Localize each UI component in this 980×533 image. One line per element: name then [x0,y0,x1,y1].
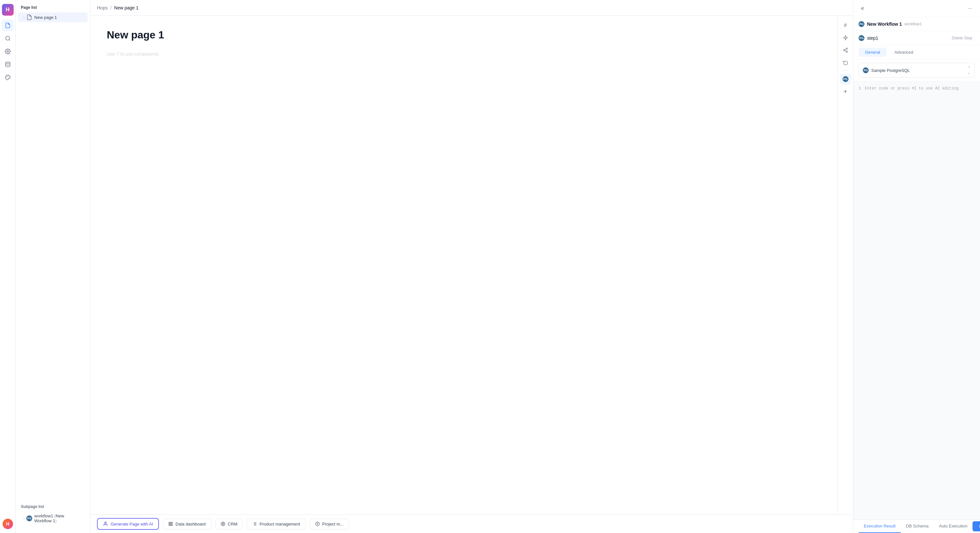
crm-btn[interactable]: CRM [215,519,243,530]
subpage-workflow-icon: PG [26,516,32,521]
datasource-arrows: ⌃⌄ [967,66,970,75]
bottom-tab-db-schema[interactable]: DB Schema [901,520,934,533]
toolbar-bolt-btn[interactable] [840,32,851,43]
workflow-id: workflow1 [904,22,922,26]
main-header: Hops / New page 1 [91,0,853,16]
code-line-numbers: 1 [859,85,861,516]
right-toolbar: # PG + [837,16,853,514]
page-sidebar: Page list › New page 1 Subpage list › PG… [16,0,91,533]
crm-icon [221,522,225,526]
project-m-btn[interactable]: Project m... [310,519,349,530]
nav-icon-search[interactable] [2,33,14,44]
svg-point-5 [9,77,9,78]
svg-line-1 [9,40,10,40]
subpage-label: workflow1 (New Workflow 1) [34,514,83,523]
page-chevron: › [24,16,24,19]
page-item-new-page-1[interactable]: › New page 1 [18,13,88,22]
bottom-tabs: Execution Result DB Schema Auto Executio… [853,519,980,533]
product-mgmt-label: Product management [259,522,300,527]
subpage-chevron: › [24,517,24,520]
toolbar-history-btn[interactable] [840,57,851,68]
generate-icon [103,521,108,527]
code-editor-area[interactable]: 1 Enter code or press ⌘I to use AI editi… [853,81,980,519]
code-editor-inner: 1 Enter code or press ⌘I to use AI editi… [859,85,975,516]
code-content[interactable]: Enter code or press ⌘I to use AI editing [865,85,975,516]
toolbar-pg-btn[interactable]: PG [840,73,851,85]
datasource-pg-icon: PG [863,67,869,73]
bottom-tab-execution-result[interactable]: Execution Result [859,520,901,533]
svg-point-9 [846,48,848,49]
step-row: PG step1 Delete Step [853,31,980,45]
toolbar-hashtag-btn[interactable]: # [840,20,851,31]
datasource-name: Sample PostgreSQL [871,68,965,73]
breadcrumb-root[interactable]: Hops [97,5,108,10]
generate-page-btn[interactable]: Generate Page with AI [97,518,159,530]
step-name: step1 [867,35,947,41]
svg-rect-17 [169,524,170,525]
svg-marker-8 [843,35,848,40]
product-management-btn[interactable]: Product management [247,519,305,530]
crm-label: CRM [228,522,238,527]
data-dashboard-icon [168,522,173,526]
data-dashboard-btn[interactable]: Data dashboard [163,519,211,530]
page-name: New page 1 [34,15,57,20]
svg-point-7 [6,78,6,78]
right-panel: ··· PG New Workflow 1 workflow1 PG step1… [853,0,980,533]
generate-btn-label: Generate Page with AI [111,522,153,527]
subpage-list-title: Subpage list [16,504,90,512]
svg-point-10 [843,49,845,51]
svg-line-13 [845,49,846,50]
data-dashboard-label: Data dashboard [175,522,206,527]
tab-general[interactable]: General [859,48,886,57]
breadcrumb: Hops / New page 1 [97,5,138,10]
nav-icon-settings[interactable] [2,46,14,57]
product-mgmt-icon [252,522,257,526]
delete-step-btn[interactable]: Delete Step [949,35,975,42]
svg-point-3 [6,62,10,64]
svg-rect-18 [171,524,172,525]
canvas-area[interactable]: New page 1 Use '/' to use components # [91,16,853,514]
svg-point-20 [222,523,224,525]
workflow-name: New Workflow 1 [867,21,902,27]
more-options-btn[interactable]: ··· [966,4,975,13]
page-title-area: New page 1 [91,16,853,51]
breadcrumb-current: New page 1 [114,5,139,10]
page-list-title: Page list [16,5,90,13]
svg-line-12 [845,51,846,51]
execute-btn[interactable]: Execute [972,521,980,531]
user-avatar[interactable]: H [3,519,13,529]
svg-rect-15 [169,522,170,523]
expand-panel-btn[interactable] [859,4,868,13]
svg-point-14 [105,522,106,523]
svg-point-11 [846,51,848,52]
tab-row: General Advanced [853,45,980,60]
subpage-section: Subpage list › PG workflow1 (New Workflo… [16,499,90,528]
main-content: Hops / New page 1 New page 1 Use '/' to … [91,0,853,533]
workflow-header: PG New Workflow 1 workflow1 [853,17,980,31]
svg-point-6 [7,76,7,76]
page-doc-icon [26,14,32,20]
subpage-item-workflow1[interactable]: › PG workflow1 (New Workflow 1) [18,512,88,525]
nav-icon-database[interactable] [2,59,14,70]
breadcrumb-separator: / [110,5,112,10]
nav-icon-palette[interactable] [2,71,14,83]
page-title: New page 1 [107,29,837,41]
toolbar-add-btn[interactable]: + [840,86,851,97]
bottom-tab-auto-execution[interactable]: Auto Execution [934,520,972,533]
right-panel-header: ··· [853,0,980,17]
toolbar-divider [842,71,850,71]
svg-point-0 [6,36,10,40]
nav-icon-pages[interactable] [2,19,14,31]
project-m-icon [315,522,320,526]
bottom-bar: Generate Page with AI Data dashboard CRM… [91,514,853,533]
datasource-select[interactable]: PG Sample PostgreSQL ⌃⌄ [859,63,975,78]
svg-rect-16 [171,522,172,523]
svg-point-2 [7,51,8,52]
project-m-label: Project m... [322,522,344,527]
workflow-pg-icon: PG [859,21,864,27]
toolbar-pg-icon: PG [843,76,848,82]
tab-advanced[interactable]: Advanced [888,48,920,57]
canvas-placeholder: Use '/' to use components [91,51,853,57]
toolbar-share-btn[interactable] [840,44,851,56]
app-icon[interactable]: H [2,4,14,16]
